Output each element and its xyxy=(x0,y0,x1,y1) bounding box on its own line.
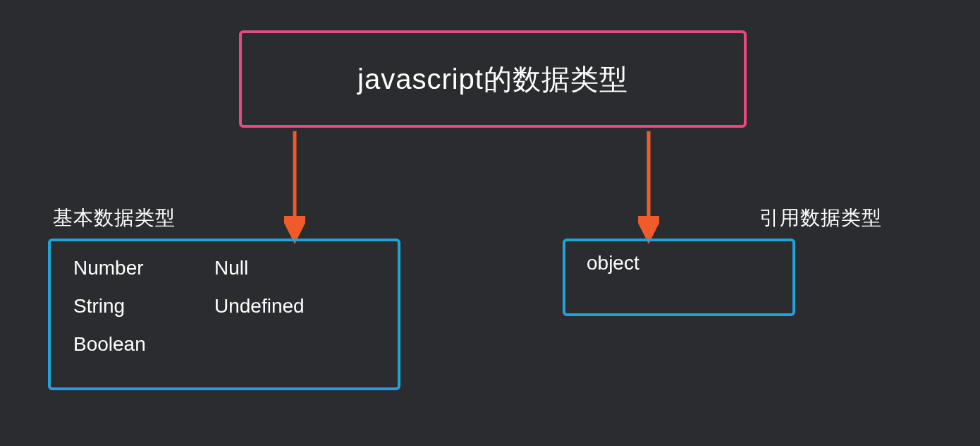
reference-types-label: 引用数据类型 xyxy=(759,205,882,231)
reference-types-box: object xyxy=(563,239,795,316)
arrow-left xyxy=(284,131,305,244)
arrow-right xyxy=(638,131,659,244)
diagram-title: javascript的数据类型 xyxy=(357,60,628,99)
basic-type-item: String xyxy=(73,295,214,318)
basic-types-label: 基本数据类型 xyxy=(53,205,176,231)
basic-type-item: Undefined xyxy=(214,295,305,318)
reference-type-item: object xyxy=(587,252,639,274)
basic-types-col-right: Null Undefined xyxy=(214,257,305,372)
basic-type-item: Number xyxy=(73,257,214,279)
basic-type-item: Boolean xyxy=(73,333,214,356)
title-box: javascript的数据类型 xyxy=(239,30,747,128)
basic-types-col-left: Number String Boolean xyxy=(73,257,214,372)
basic-type-item: Null xyxy=(214,257,305,279)
basic-types-box: Number String Boolean Null Undefined xyxy=(48,239,400,390)
